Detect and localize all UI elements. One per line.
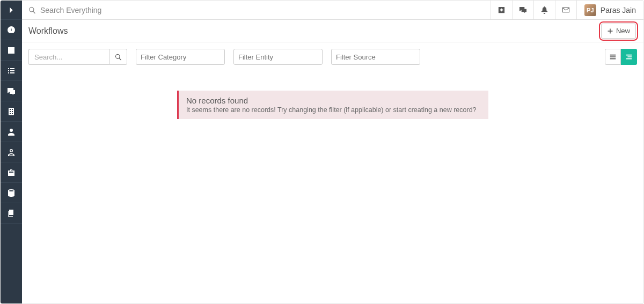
filter-category[interactable] [136,49,225,65]
filter-entity[interactable] [233,49,323,65]
plus-square-icon [497,6,506,14]
sidebar-item-people[interactable] [1,142,22,162]
sidebar-expand-toggle[interactable] [1,1,22,20]
list-view-button[interactable] [605,49,621,65]
sidebar [1,1,22,303]
user-menu[interactable]: PJ Paras Jain [576,1,643,19]
sidebar-item-files[interactable] [1,203,22,224]
chat-icon [7,87,16,95]
notifications-button[interactable] [533,1,555,19]
sidebar-item-tasks[interactable] [1,40,22,61]
content-area: No records found It seems there are no r… [22,71,643,303]
dashboard-icon [7,26,16,34]
messages-button[interactable] [512,1,533,19]
search-group [28,49,127,65]
new-button[interactable]: New [601,24,636,39]
page-header: Workflows New [22,20,643,42]
new-button-label: New [616,27,630,35]
topbar: PJ Paras Jain [22,1,643,20]
sidebar-item-contacts[interactable] [1,122,22,142]
bell-icon [540,6,548,14]
calendar-check-icon [7,46,16,55]
main-area: PJ Paras Jain Workflows New [22,1,643,303]
avatar: PJ [584,4,596,16]
list-icon [7,66,16,75]
indent-lines-icon [625,53,633,61]
search-icon [115,54,122,61]
sidebar-item-dashboard[interactable] [1,20,22,40]
view-toggle [605,49,637,65]
building-icon [7,107,16,116]
topbar-actions: PJ Paras Jain [491,1,643,19]
database-icon [7,189,16,197]
alert-title: No records found [186,96,481,105]
copy-icon [7,209,16,218]
global-search-input[interactable] [40,6,484,14]
search-input[interactable] [28,49,109,65]
chevron-right-icon [8,6,15,14]
grid-view-button[interactable] [621,49,637,65]
sidebar-item-messages[interactable] [1,81,22,101]
user-outline-icon [7,148,16,157]
sidebar-item-list[interactable] [1,61,22,81]
briefcase-icon [7,168,16,177]
user-icon [7,128,16,136]
list-lines-icon [609,53,617,61]
sidebar-item-data[interactable] [1,183,22,203]
plus-icon [607,28,613,34]
filter-row [22,42,643,71]
new-button-highlight: New [599,21,638,41]
alert-text: It seems there are no records! Try chang… [186,106,481,114]
filter-source[interactable] [331,49,420,65]
page-title: Workflows [28,26,68,36]
envelope-icon [562,6,570,14]
user-name-label: Paras Jain [601,6,636,14]
search-button[interactable] [109,49,127,65]
quick-add-button[interactable] [491,1,512,19]
sidebar-item-companies[interactable] [1,101,22,122]
empty-state-alert: No records found It seems there are no r… [177,91,488,119]
mail-button[interactable] [555,1,576,19]
comments-icon [519,6,527,14]
sidebar-item-finance[interactable] [1,162,22,183]
global-search[interactable] [22,1,491,19]
search-icon [28,6,36,14]
